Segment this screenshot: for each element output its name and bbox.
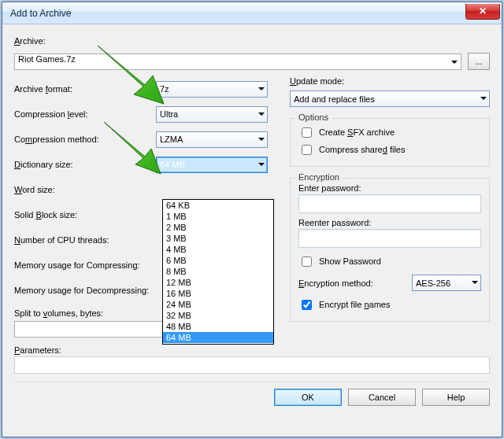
right-column: Update mode: Add and replace files Optio… [290,76,490,338]
archive-label: Archive: [14,36,46,46]
browse-button[interactable]: ... [468,53,490,70]
method-select[interactable]: LZMA [156,131,268,148]
cancel-button[interactable]: Cancel [348,389,416,406]
dict-option[interactable]: 6 MB [163,255,273,266]
encryption-group-title: Encryption [295,172,343,182]
dict-option[interactable]: 2 MB [163,222,273,233]
dict-option[interactable]: 24 MB [163,299,273,310]
password2-label: Reenter password: [298,218,481,227]
split-label: Split to volumes, bytes: [14,308,156,318]
close-icon: ✕ [479,6,487,17]
level-label: Compression level: [14,109,156,119]
help-button[interactable]: Help [422,389,490,406]
archive-label-row: Archive: [14,32,490,50]
showpw-row: Show Password [298,253,481,270]
update-label-row: Update mode: [290,76,490,90]
dict-option[interactable]: 64 KB [163,200,273,211]
archive-input-row: Riot Games.7z ... [14,53,490,70]
encnames-label: Encrypt file names [319,300,391,309]
method-label: Compression method: [14,135,156,144]
update-label: Update mode: [290,76,344,86]
encmethod-select[interactable]: AES-256 [412,275,481,291]
dict-option[interactable]: 48 MB [163,321,273,332]
password-label: Enter password: [298,183,481,193]
dict-option[interactable]: 64 MB [163,332,273,343]
word-label: Word size: [14,185,156,194]
button-row: OK Cancel Help [14,389,490,406]
threads-label: Number of CPU threads: [14,235,156,245]
content-area: Archive: Riot Games.7z ... Archive forma… [2,24,502,437]
shared-label: Compress shared files [319,145,405,154]
level-row: Compression level: Ultra [14,101,274,127]
memdecomp-label: Memory usage for Decompressing: [14,286,156,295]
shared-checkbox[interactable] [302,145,312,155]
options-group-title: Options [295,113,332,122]
params-input[interactable] [14,356,490,374]
shared-row: Compress shared files [298,141,481,158]
dict-option[interactable]: 12 MB [163,277,273,288]
dict-dropdown-list[interactable]: 64 KB1 MB2 MB3 MB4 MB6 MB8 MB12 MB16 MB2… [162,199,274,345]
showpw-checkbox[interactable] [302,256,312,267]
format-row: Archive format: 7z [14,76,274,101]
sfx-row: Create SFX archive [298,124,481,141]
password-input[interactable] [298,194,481,213]
encmethod-row: Encryption method: AES-256 [298,275,481,291]
encnames-checkbox[interactable] [302,300,312,310]
encryption-group: Encryption Enter password: Reenter passw… [290,178,490,322]
password2-input[interactable] [298,229,481,248]
dict-option[interactable]: 8 MB [163,266,273,277]
dict-label: Dictionary size: [14,160,156,169]
solid-label: Solid Block size: [14,210,156,220]
separator [14,382,490,382]
sfx-label: Create SFX archive [319,127,395,137]
dialog-window: Add to Archive ✕ Archive: [2,2,502,437]
memcomp-label: Memory usage for Compressing: [14,260,156,270]
ok-button[interactable]: OK [274,389,342,406]
close-button[interactable]: ✕ [465,4,500,20]
sfx-checkbox[interactable] [302,127,312,138]
window-title: Add to Archive [10,8,71,19]
format-label: Archive format: [14,84,156,94]
dict-option[interactable]: 3 MB [163,233,273,244]
params-row: Parameters: [14,345,490,374]
archive-combo[interactable]: Riot Games.7z [14,53,461,70]
options-group: Options Create SFX archive Compress shar… [290,118,490,167]
update-select[interactable]: Add and replace files [290,90,490,107]
level-select[interactable]: Ultra [156,106,268,123]
showpw-label: Show Password [319,256,381,266]
dict-option[interactable]: 1 MB [163,211,273,222]
method-row: Compression method: LZMA [14,127,274,152]
dict-row: Dictionary size: 64 MB [14,152,274,177]
params-label: Parameters: [14,345,61,355]
dict-option[interactable]: 4 MB [163,244,273,255]
archive-value: Riot Games.7z [18,54,76,64]
encmethod-label: Encryption method: [298,279,406,288]
format-select[interactable]: 7z [156,81,268,98]
dict-select[interactable]: 64 MB [156,157,268,173]
dict-option[interactable]: 16 MB [163,288,273,299]
titlebar: Add to Archive ✕ [2,2,502,24]
encnames-row: Encrypt file names [298,296,481,313]
dict-option[interactable]: 32 MB [163,310,273,321]
